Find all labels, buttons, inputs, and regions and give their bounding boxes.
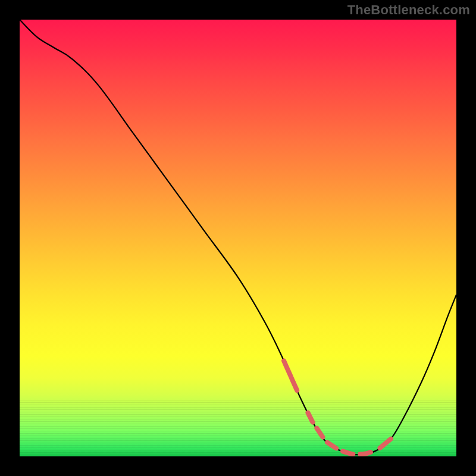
bottleneck-curve xyxy=(20,20,456,455)
chart-plot-area xyxy=(20,20,456,456)
chart-overlay-svg xyxy=(20,20,456,456)
optimal-range-marker xyxy=(284,361,391,454)
watermark-text: TheBottleneck.com xyxy=(347,2,470,18)
